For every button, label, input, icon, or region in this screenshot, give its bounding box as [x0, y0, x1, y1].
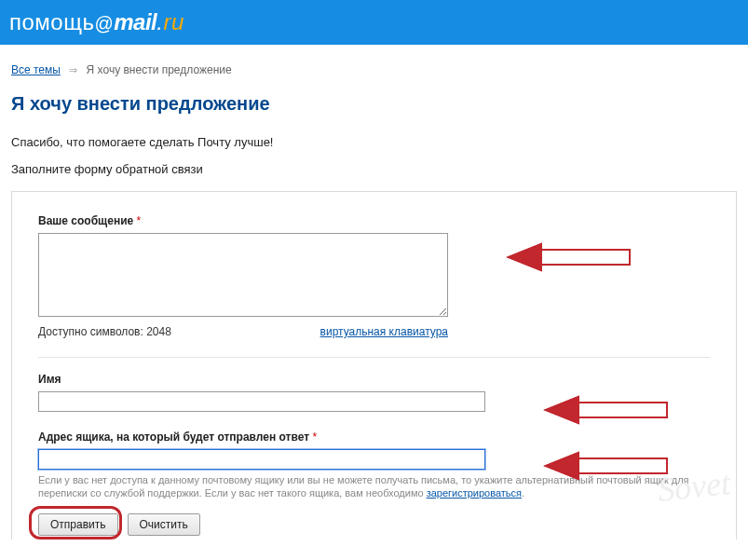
submit-button[interactable]: Отправить — [38, 513, 118, 536]
message-textarea[interactable] — [38, 233, 448, 317]
form-panel: Ваше сообщение * Доступно символов: 2048… — [11, 191, 737, 540]
clear-button[interactable]: Очистить — [128, 513, 200, 536]
email-hint-post: . — [522, 487, 524, 499]
email-hint-pre: Если у вас нет доступа к данному почтово… — [38, 474, 689, 499]
name-label: Имя — [38, 373, 710, 386]
char-counter: Доступно символов: 2048 — [38, 325, 171, 338]
message-block: Ваше сообщение * Доступно символов: 2048… — [38, 214, 710, 338]
breadcrumb-root-link[interactable]: Все темы — [11, 63, 61, 76]
breadcrumb-current: Я хочу внести предложение — [87, 63, 232, 76]
site-header: помощь@mail.ru — [0, 0, 748, 45]
arrow-annotation-icon — [541, 391, 672, 429]
breadcrumb-sep-icon: ⇒ — [69, 64, 77, 75]
intro-text: Спасибо, что помогаете сделать Почту луч… — [11, 135, 737, 149]
email-label-text: Адрес ящика, на который будет отправлен … — [38, 430, 309, 444]
divider — [38, 357, 710, 358]
breadcrumb: Все темы ⇒ Я хочу внести предложение — [11, 63, 737, 76]
logo-help: помощь — [9, 9, 94, 34]
at-icon: @ — [94, 13, 114, 34]
page-content: Все темы ⇒ Я хочу внести предложение Я х… — [0, 45, 748, 558]
email-block: Адрес ящика, на который будет отправлен … — [38, 430, 710, 500]
page-title: Я хочу внести предложение — [11, 93, 737, 115]
arrow-annotation-icon — [504, 239, 634, 276]
logo-ru: ru — [163, 9, 184, 34]
message-label-text: Ваше сообщение — [38, 214, 133, 227]
sub-text: Заполните форму обратной связи — [11, 162, 737, 176]
required-marker: * — [137, 214, 142, 227]
required-marker: * — [312, 430, 317, 444]
message-under-row: Доступно символов: 2048 виртуальная клав… — [38, 325, 448, 338]
name-block: Имя — [38, 373, 710, 412]
name-input[interactable] — [38, 391, 485, 412]
email-hint: Если у вас нет доступа к данному почтово… — [38, 473, 718, 500]
email-input[interactable] — [38, 449, 485, 470]
message-label: Ваше сообщение * — [38, 214, 710, 227]
virtual-keyboard-link[interactable]: виртуальная клавиатура — [320, 325, 448, 338]
logo-mail: mail — [114, 9, 156, 34]
logo[interactable]: помощь@mail.ru — [9, 9, 184, 35]
register-link[interactable]: зарегистрироваться — [427, 487, 522, 499]
button-row: Отправить Очистить — [38, 513, 710, 536]
email-label: Адрес ящика, на который будет отправлен … — [38, 430, 710, 444]
